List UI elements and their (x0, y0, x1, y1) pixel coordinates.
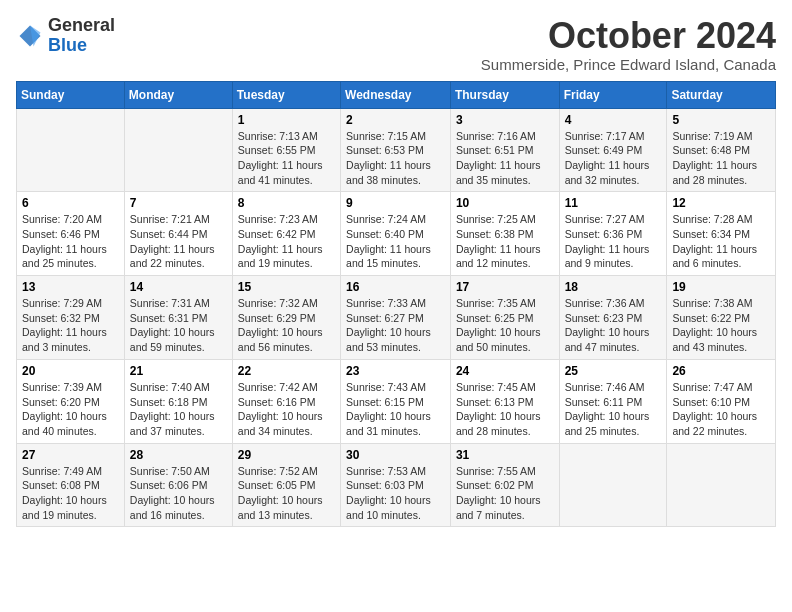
day-number: 8 (238, 196, 335, 210)
table-row: 29Sunrise: 7:52 AM Sunset: 6:05 PM Dayli… (232, 443, 340, 527)
table-row (559, 443, 667, 527)
day-info: Sunrise: 7:19 AM Sunset: 6:48 PM Dayligh… (672, 129, 770, 188)
table-row: 6Sunrise: 7:20 AM Sunset: 6:46 PM Daylig… (17, 192, 125, 276)
table-row: 5Sunrise: 7:19 AM Sunset: 6:48 PM Daylig… (667, 108, 776, 192)
day-number: 12 (672, 196, 770, 210)
location-subtitle: Summerside, Prince Edward Island, Canada (481, 56, 776, 73)
header-row: Sunday Monday Tuesday Wednesday Thursday… (17, 81, 776, 108)
day-number: 13 (22, 280, 119, 294)
day-number: 2 (346, 113, 445, 127)
header-thursday: Thursday (450, 81, 559, 108)
day-info: Sunrise: 7:27 AM Sunset: 6:36 PM Dayligh… (565, 212, 662, 271)
table-row: 1Sunrise: 7:13 AM Sunset: 6:55 PM Daylig… (232, 108, 340, 192)
day-number: 14 (130, 280, 227, 294)
day-number: 30 (346, 448, 445, 462)
calendar-week-row: 27Sunrise: 7:49 AM Sunset: 6:08 PM Dayli… (17, 443, 776, 527)
day-number: 25 (565, 364, 662, 378)
calendar-table: Sunday Monday Tuesday Wednesday Thursday… (16, 81, 776, 528)
day-number: 6 (22, 196, 119, 210)
table-row: 17Sunrise: 7:35 AM Sunset: 6:25 PM Dayli… (450, 276, 559, 360)
day-info: Sunrise: 7:24 AM Sunset: 6:40 PM Dayligh… (346, 212, 445, 271)
table-row: 4Sunrise: 7:17 AM Sunset: 6:49 PM Daylig… (559, 108, 667, 192)
day-info: Sunrise: 7:46 AM Sunset: 6:11 PM Dayligh… (565, 380, 662, 439)
table-row (667, 443, 776, 527)
table-row: 7Sunrise: 7:21 AM Sunset: 6:44 PM Daylig… (124, 192, 232, 276)
day-info: Sunrise: 7:25 AM Sunset: 6:38 PM Dayligh… (456, 212, 554, 271)
table-row: 16Sunrise: 7:33 AM Sunset: 6:27 PM Dayli… (341, 276, 451, 360)
day-number: 7 (130, 196, 227, 210)
day-number: 29 (238, 448, 335, 462)
table-row: 25Sunrise: 7:46 AM Sunset: 6:11 PM Dayli… (559, 359, 667, 443)
day-number: 10 (456, 196, 554, 210)
day-number: 19 (672, 280, 770, 294)
page-header: General Blue October 2024 Summerside, Pr… (16, 16, 776, 73)
day-info: Sunrise: 7:16 AM Sunset: 6:51 PM Dayligh… (456, 129, 554, 188)
day-info: Sunrise: 7:36 AM Sunset: 6:23 PM Dayligh… (565, 296, 662, 355)
day-number: 18 (565, 280, 662, 294)
logo-text: General Blue (48, 16, 115, 56)
table-row: 21Sunrise: 7:40 AM Sunset: 6:18 PM Dayli… (124, 359, 232, 443)
day-number: 21 (130, 364, 227, 378)
day-number: 16 (346, 280, 445, 294)
header-monday: Monday (124, 81, 232, 108)
day-info: Sunrise: 7:49 AM Sunset: 6:08 PM Dayligh… (22, 464, 119, 523)
day-info: Sunrise: 7:43 AM Sunset: 6:15 PM Dayligh… (346, 380, 445, 439)
day-info: Sunrise: 7:29 AM Sunset: 6:32 PM Dayligh… (22, 296, 119, 355)
day-info: Sunrise: 7:38 AM Sunset: 6:22 PM Dayligh… (672, 296, 770, 355)
logo: General Blue (16, 16, 115, 56)
day-info: Sunrise: 7:55 AM Sunset: 6:02 PM Dayligh… (456, 464, 554, 523)
day-info: Sunrise: 7:42 AM Sunset: 6:16 PM Dayligh… (238, 380, 335, 439)
day-number: 1 (238, 113, 335, 127)
table-row: 2Sunrise: 7:15 AM Sunset: 6:53 PM Daylig… (341, 108, 451, 192)
day-info: Sunrise: 7:47 AM Sunset: 6:10 PM Dayligh… (672, 380, 770, 439)
table-row: 20Sunrise: 7:39 AM Sunset: 6:20 PM Dayli… (17, 359, 125, 443)
day-number: 11 (565, 196, 662, 210)
logo-blue-text: Blue (48, 36, 115, 56)
calendar-week-row: 1Sunrise: 7:13 AM Sunset: 6:55 PM Daylig… (17, 108, 776, 192)
day-info: Sunrise: 7:33 AM Sunset: 6:27 PM Dayligh… (346, 296, 445, 355)
day-number: 9 (346, 196, 445, 210)
day-info: Sunrise: 7:50 AM Sunset: 6:06 PM Dayligh… (130, 464, 227, 523)
table-row: 28Sunrise: 7:50 AM Sunset: 6:06 PM Dayli… (124, 443, 232, 527)
logo-general-text: General (48, 16, 115, 36)
day-number: 27 (22, 448, 119, 462)
day-info: Sunrise: 7:40 AM Sunset: 6:18 PM Dayligh… (130, 380, 227, 439)
header-wednesday: Wednesday (341, 81, 451, 108)
day-info: Sunrise: 7:17 AM Sunset: 6:49 PM Dayligh… (565, 129, 662, 188)
day-info: Sunrise: 7:35 AM Sunset: 6:25 PM Dayligh… (456, 296, 554, 355)
table-row: 27Sunrise: 7:49 AM Sunset: 6:08 PM Dayli… (17, 443, 125, 527)
day-info: Sunrise: 7:45 AM Sunset: 6:13 PM Dayligh… (456, 380, 554, 439)
day-number: 31 (456, 448, 554, 462)
logo-icon (16, 22, 44, 50)
calendar-body: 1Sunrise: 7:13 AM Sunset: 6:55 PM Daylig… (17, 108, 776, 527)
calendar-week-row: 6Sunrise: 7:20 AM Sunset: 6:46 PM Daylig… (17, 192, 776, 276)
table-row: 18Sunrise: 7:36 AM Sunset: 6:23 PM Dayli… (559, 276, 667, 360)
table-row: 9Sunrise: 7:24 AM Sunset: 6:40 PM Daylig… (341, 192, 451, 276)
day-info: Sunrise: 7:20 AM Sunset: 6:46 PM Dayligh… (22, 212, 119, 271)
day-number: 24 (456, 364, 554, 378)
calendar-header: Sunday Monday Tuesday Wednesday Thursday… (17, 81, 776, 108)
table-row: 14Sunrise: 7:31 AM Sunset: 6:31 PM Dayli… (124, 276, 232, 360)
day-number: 23 (346, 364, 445, 378)
calendar-week-row: 20Sunrise: 7:39 AM Sunset: 6:20 PM Dayli… (17, 359, 776, 443)
table-row: 15Sunrise: 7:32 AM Sunset: 6:29 PM Dayli… (232, 276, 340, 360)
day-info: Sunrise: 7:53 AM Sunset: 6:03 PM Dayligh… (346, 464, 445, 523)
table-row: 26Sunrise: 7:47 AM Sunset: 6:10 PM Dayli… (667, 359, 776, 443)
day-number: 20 (22, 364, 119, 378)
day-number: 26 (672, 364, 770, 378)
header-sunday: Sunday (17, 81, 125, 108)
day-info: Sunrise: 7:52 AM Sunset: 6:05 PM Dayligh… (238, 464, 335, 523)
header-friday: Friday (559, 81, 667, 108)
table-row: 19Sunrise: 7:38 AM Sunset: 6:22 PM Dayli… (667, 276, 776, 360)
table-row: 31Sunrise: 7:55 AM Sunset: 6:02 PM Dayli… (450, 443, 559, 527)
header-saturday: Saturday (667, 81, 776, 108)
table-row: 13Sunrise: 7:29 AM Sunset: 6:32 PM Dayli… (17, 276, 125, 360)
table-row (17, 108, 125, 192)
day-info: Sunrise: 7:15 AM Sunset: 6:53 PM Dayligh… (346, 129, 445, 188)
table-row: 24Sunrise: 7:45 AM Sunset: 6:13 PM Dayli… (450, 359, 559, 443)
table-row: 3Sunrise: 7:16 AM Sunset: 6:51 PM Daylig… (450, 108, 559, 192)
table-row: 23Sunrise: 7:43 AM Sunset: 6:15 PM Dayli… (341, 359, 451, 443)
day-number: 3 (456, 113, 554, 127)
day-info: Sunrise: 7:13 AM Sunset: 6:55 PM Dayligh… (238, 129, 335, 188)
table-row: 8Sunrise: 7:23 AM Sunset: 6:42 PM Daylig… (232, 192, 340, 276)
